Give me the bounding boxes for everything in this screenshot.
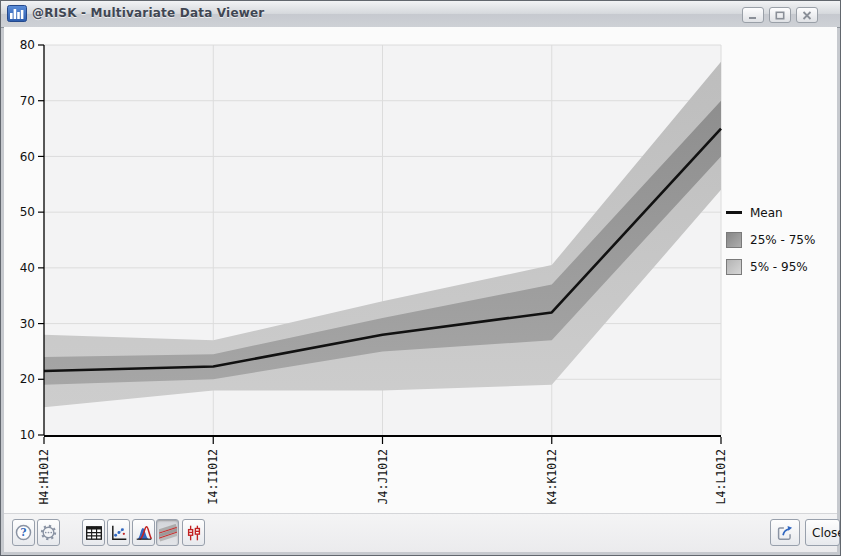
y-tick-label: 10 [20, 428, 35, 442]
settings-button[interactable] [37, 519, 60, 546]
box-plot-icon [185, 524, 203, 542]
legend-item: Mean [726, 204, 815, 221]
distribution-chart-icon [135, 524, 153, 542]
scatter-chart-button[interactable] [107, 519, 130, 546]
bottom-toolbar: ? [4, 513, 837, 552]
box-plot-button[interactable] [182, 519, 205, 546]
minimize-icon [748, 11, 758, 20]
legend-label: Mean [750, 206, 783, 220]
legend-line-swatch [726, 211, 742, 214]
band-chart-icon [159, 524, 177, 542]
close-icon [802, 11, 812, 20]
window-controls [742, 7, 818, 23]
y-tick-label: 50 [20, 205, 35, 219]
band-chart-svg: 1020304050607080H4:H1012I4:I1012J4:J1012… [4, 27, 837, 516]
y-tick-label: 40 [20, 261, 35, 275]
bar-chart-icon [7, 5, 27, 26]
legend-item: 5% - 95% [726, 258, 815, 275]
x-tick-label: H4:H1012 [37, 449, 51, 504]
open-in-window-button[interactable] [770, 519, 800, 546]
y-tick-label: 30 [20, 317, 35, 331]
y-tick-label: 20 [20, 372, 35, 386]
chart-region: 1020304050607080H4:H1012I4:I1012J4:J1012… [4, 27, 837, 516]
legend-label: 5% - 95% [750, 260, 808, 274]
help-button[interactable]: ? [12, 519, 35, 546]
maximize-icon [775, 11, 785, 20]
legend-band-swatch [726, 232, 742, 248]
data-table-button[interactable] [82, 519, 105, 546]
data-table-icon [85, 524, 103, 542]
y-tick-label: 70 [20, 94, 35, 108]
close-window-button[interactable] [796, 7, 818, 23]
y-tick-label: 80 [20, 38, 35, 52]
chart-legend: Mean25% - 75%5% - 95% [726, 204, 815, 275]
multivariate-data-viewer-window: @RISK - Multivariate Data Viewer [0, 0, 841, 556]
x-tick-label: K4:K1012 [545, 449, 559, 504]
y-tick-label: 60 [20, 150, 35, 164]
scatter-chart-icon [110, 524, 128, 542]
band-chart-button[interactable] [156, 519, 179, 546]
x-tick-label: L4:L1012 [714, 449, 728, 504]
window-title: @RISK - Multivariate Data Viewer [32, 6, 264, 20]
legend-label: 25% - 75% [750, 233, 815, 247]
x-tick-label: J4:J1012 [376, 449, 390, 504]
svg-text:?: ? [21, 527, 27, 538]
distribution-chart-button[interactable] [132, 519, 155, 546]
open-in-window-icon [776, 524, 794, 542]
minimize-button[interactable] [742, 7, 764, 23]
titlebar[interactable]: @RISK - Multivariate Data Viewer [1, 1, 840, 28]
legend-band-swatch [726, 259, 742, 275]
x-tick-label: I4:I1012 [206, 449, 220, 504]
close-button[interactable]: Close [805, 519, 840, 546]
maximize-button[interactable] [769, 7, 791, 23]
settings-gear-icon [40, 524, 57, 541]
help-icon: ? [15, 524, 32, 541]
legend-item: 25% - 75% [726, 231, 815, 248]
